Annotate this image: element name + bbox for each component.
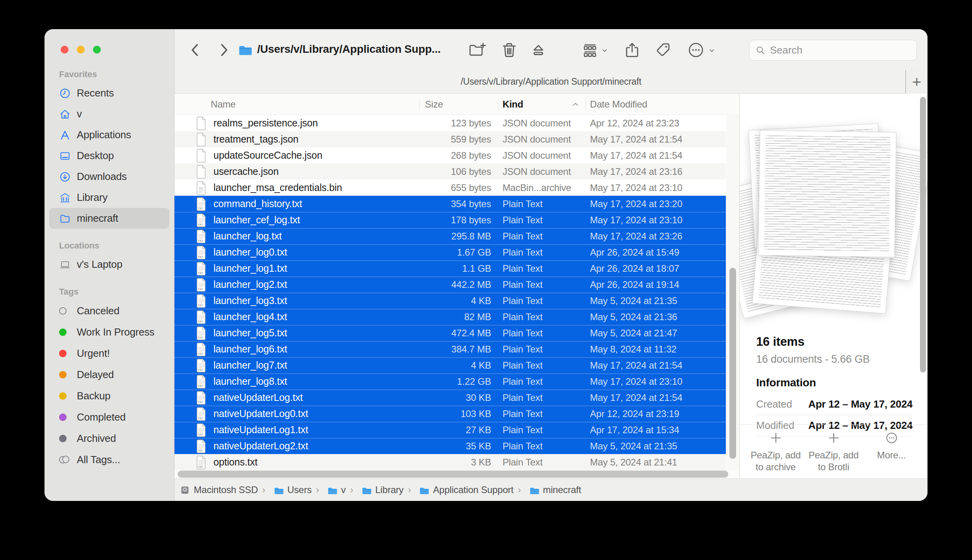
table-row[interactable]: launcher_cef_log.txt 178 bytes Plain Tex…: [174, 212, 726, 228]
file-name: launcher_log5.txt: [211, 327, 419, 339]
sidebar-item[interactable]: Desktop: [49, 145, 169, 166]
table-row[interactable]: nativeUpdaterLog0.txt 103 KB Plain Text …: [174, 406, 726, 422]
file-date: May 17, 2024 at 23:10: [586, 182, 726, 193]
table-row[interactable]: launcher_log7.txt 4 KB Plain Text May 17…: [174, 357, 726, 373]
table-row[interactable]: launcher_log2.txt 442.2 MB Plain Text Ap…: [174, 276, 726, 293]
selection-info: 16 items 16 documents - 5.66 GB Informat…: [756, 335, 913, 436]
table-row[interactable]: command_history.txt 354 bytes Plain Text…: [174, 196, 726, 212]
more-actions-button[interactable]: [687, 41, 705, 59]
breadcrumb-item[interactable]: v: [312, 484, 346, 495]
table-row[interactable]: launcher_log4.txt 82 MB Plain Text May 5…: [174, 309, 726, 325]
sidebar-item[interactable]: Library: [49, 187, 169, 208]
trash-button[interactable]: [500, 41, 518, 59]
home-icon: [59, 108, 71, 120]
table-row[interactable]: launcher_log8.txt 1.22 GB Plain Text May…: [174, 373, 726, 389]
table-row[interactable]: updateSourceCache.json 268 bytes JSON do…: [174, 147, 726, 163]
sidebar-item-tag[interactable]: Work In Progress: [49, 321, 169, 343]
quick-action-button[interactable]: PeaZip, add to Brotli: [805, 425, 863, 478]
table-row[interactable]: options.txt 3 KB Plain Text May 5, 2024 …: [174, 454, 726, 470]
column-divider[interactable]: [419, 98, 420, 110]
vertical-scrollbar-thumb[interactable]: [729, 268, 736, 459]
breadcrumb-item[interactable]: Macintosh SSD: [180, 484, 258, 495]
column-header-kind[interactable]: Kind: [498, 99, 586, 110]
sidebar-item-label: Canceled: [77, 305, 119, 317]
file-name: nativeUpdaterLog0.txt: [211, 408, 419, 419]
search-field[interactable]: [749, 40, 917, 61]
quick-action-button[interactable]: PeaZip, add to archive: [747, 425, 805, 478]
table-row[interactable]: usercache.json 106 bytes JSON document M…: [174, 163, 726, 180]
table-row[interactable]: launcher_log3.txt 4 KB Plain Text May 5,…: [174, 293, 726, 309]
sidebar-item-tag[interactable]: Urgent!: [49, 343, 169, 364]
file-size: 30 KB: [419, 392, 498, 403]
file-date: Apr 12, 2024 at 23:19: [586, 408, 726, 419]
table-row[interactable]: launcher_log.txt 295.8 MB Plain Text May…: [174, 228, 726, 244]
table-row[interactable]: launcher_msa_credentials.bin 655 bytes M…: [174, 180, 726, 196]
column-divider[interactable]: [586, 98, 586, 110]
column-header-name[interactable]: Name: [211, 99, 419, 110]
folder-f-icon: [361, 485, 372, 495]
sidebar-item[interactable]: Downloads: [49, 166, 169, 187]
table-row[interactable]: launcher_log1.txt 1.1 GB Plain Text Apr …: [174, 260, 726, 276]
tag-color-icon: [59, 435, 71, 442]
breadcrumb-item[interactable]: Users: [258, 484, 312, 495]
new-folder-button[interactable]: [468, 41, 486, 59]
sidebar-item-tag[interactable]: All Tags...: [49, 449, 169, 470]
folder-f-icon: [529, 485, 540, 495]
table-row[interactable]: nativeUpdaterLog.txt 30 KB Plain Text Ma…: [174, 389, 726, 406]
chevron-down-icon[interactable]: [601, 47, 608, 54]
sidebar-item[interactable]: v: [49, 104, 169, 124]
search-input[interactable]: [770, 44, 911, 56]
sidebar-item-tag[interactable]: Completed: [49, 406, 169, 428]
quick-action-button[interactable]: More...: [863, 425, 920, 478]
table-row[interactable]: launcher_log0.txt 1.67 GB Plain Text Apr…: [174, 244, 726, 260]
column-header-date[interactable]: Date Modified: [586, 99, 739, 110]
tag-button[interactable]: [654, 41, 672, 59]
table-row[interactable]: realms_persistence.json 123 bytes JSON d…: [174, 115, 726, 131]
sidebar-item-label: v's Laptop: [77, 258, 122, 271]
share-button[interactable]: [623, 41, 641, 59]
folder-f-icon: [273, 485, 284, 495]
breadcrumb-label: Application Support: [433, 484, 513, 495]
breadcrumb-item[interactable]: Library: [346, 484, 404, 495]
sidebar-item-tag[interactable]: Canceled: [49, 300, 169, 321]
sidebar-item-location[interactable]: v's Laptop: [49, 254, 169, 275]
vertical-scrollbar-track[interactable]: [726, 115, 739, 470]
file-name: launcher_log7.txt: [211, 360, 419, 371]
sidebar-item-label: Completed: [77, 411, 126, 423]
table-row[interactable]: nativeUpdaterLog2.txt 35 KB Plain Text M…: [174, 438, 726, 454]
group-view-button[interactable]: [581, 41, 599, 59]
sidebar-item-tag[interactable]: Archived: [49, 428, 169, 449]
sidebar: Favorites Recents v Applications Desktop…: [45, 29, 174, 501]
file-size: 3 KB: [419, 457, 498, 468]
sidebar-item-tag[interactable]: Backup: [49, 385, 169, 406]
table-row[interactable]: launcher_log6.txt 384.7 MB Plain Text Ma…: [174, 341, 726, 357]
forward-button[interactable]: [215, 41, 233, 59]
sidebar-item[interactable]: Applications: [49, 124, 169, 145]
back-button[interactable]: [186, 41, 204, 59]
sidebar-item-label: Work In Progress: [77, 326, 154, 338]
breadcrumb-item[interactable]: Application Support: [404, 484, 514, 495]
info-field-value: Apr 12 – May 17, 2024: [808, 398, 913, 410]
file-kind: JSON document: [498, 150, 586, 161]
sidebar-item[interactable]: minecraft: [49, 208, 169, 229]
minimize-button[interactable]: [77, 46, 85, 54]
panel-scrollbar-thumb[interactable]: [920, 97, 926, 373]
column-divider[interactable]: [498, 98, 499, 110]
chevron-down-icon[interactable]: [709, 47, 715, 54]
add-tab-button[interactable]: +: [905, 70, 927, 94]
table-row[interactable]: launcher_log5.txt 472.4 MB Plain Text Ma…: [174, 325, 726, 341]
eject-button[interactable]: [529, 41, 547, 59]
file-name: launcher_log3.txt: [211, 295, 419, 306]
zoom-button[interactable]: [93, 46, 101, 54]
folder-o-icon: [59, 213, 71, 224]
close-button[interactable]: [61, 46, 69, 54]
horizontal-scrollbar-track[interactable]: [174, 470, 739, 478]
sidebar-item[interactable]: Recents: [49, 83, 169, 104]
column-header-size[interactable]: Size: [419, 99, 498, 110]
breadcrumb-item[interactable]: minecraft: [514, 484, 581, 495]
table-row[interactable]: treatment_tags.json 559 bytes JSON docum…: [174, 131, 726, 147]
breadcrumb-label: Macintosh SSD: [194, 484, 258, 495]
table-row[interactable]: nativeUpdaterLog1.txt 27 KB Plain Text A…: [174, 422, 726, 438]
horizontal-scrollbar-thumb[interactable]: [178, 471, 728, 478]
sidebar-item-tag[interactable]: Delayed: [49, 364, 169, 385]
